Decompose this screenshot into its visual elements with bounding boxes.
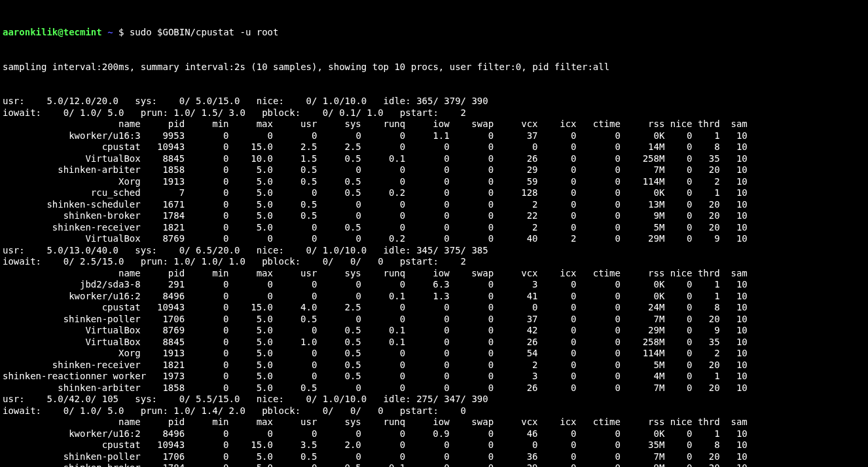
cell-sam: 10 (720, 233, 748, 245)
col-header-iow: iow (405, 119, 449, 130)
cell-swap: 0 (450, 462, 494, 467)
cell-rss: 0K (621, 130, 664, 142)
table-row: shinken-receiver182105.000.50002005M0201… (3, 360, 865, 371)
cell-iow: 0 (405, 176, 449, 188)
cell-runq: 0 (361, 130, 405, 142)
cell-runq: 0 (361, 371, 405, 383)
cell-max: 0 (229, 130, 273, 142)
cell-thrd: 9 (692, 325, 719, 337)
cell-sam: 10 (720, 187, 748, 199)
cell-min: 0 (185, 176, 228, 188)
cell-sys: 2.0 (317, 439, 361, 451)
cell-rss: 9M (621, 210, 664, 222)
table-row: shinken-arbiter185805.00.5000026007M0201… (3, 383, 865, 394)
cell-swap: 0 (450, 302, 494, 314)
cell-rss: 0K (621, 187, 664, 199)
cell-max: 5.0 (229, 222, 273, 234)
table-row: shinken-broker178405.000.50.10029009M020… (3, 462, 865, 467)
cell-sam: 10 (720, 383, 748, 394)
cell-pid: 8845 (141, 153, 185, 165)
cell-vcx: 22 (494, 210, 537, 222)
cell-ctime: 0 (577, 233, 621, 245)
cell-max: 5.0 (229, 199, 273, 211)
cell-usr: 1.5 (273, 153, 317, 165)
table-row: shinken-reactionner worker197305.000.500… (3, 371, 865, 383)
cell-runq: 0 (361, 451, 405, 463)
table-row: shinken-arbiter185805.00.5000029007M0201… (3, 164, 865, 176)
cell-ctime: 0 (577, 325, 621, 337)
cell-sam: 10 (720, 291, 748, 303)
cell-pid: 1913 (141, 176, 185, 188)
cell-iow: 0 (405, 153, 449, 165)
cell-nice: 0 (664, 141, 692, 153)
cell-ctime: 0 (577, 210, 621, 222)
cell-name: shinken-broker (3, 210, 141, 222)
table-row: rcu_sched705.000.50.200128000K0110 (3, 187, 865, 199)
cell-pid: 8496 (141, 291, 185, 303)
terminal[interactable]: aaronkilik@tecmint ~ $ sudo $GOBIN/cpust… (0, 0, 868, 467)
cell-icx: 0 (538, 383, 577, 394)
cell-ctime: 0 (577, 337, 621, 348)
col-header-vcx: vcx (494, 417, 537, 428)
cell-ctime: 0 (577, 348, 621, 360)
cell-name: shinken-receiver (3, 360, 141, 371)
col-header-icx: icx (538, 417, 577, 428)
stat-line: iowait: 0/ 1.0/ 5.0 prun: 1.0/ 1.4/ 2.0 … (3, 405, 865, 417)
cell-vcx: 36 (494, 451, 537, 463)
cell-sys: 0.5 (317, 371, 361, 383)
cell-iow: 0 (405, 337, 449, 348)
cell-min: 0 (185, 210, 228, 222)
cell-vcx: 26 (494, 337, 537, 348)
cell-name: shinken-reactionner worker (3, 371, 141, 383)
col-header-max: max (229, 268, 273, 280)
cell-ctime: 0 (577, 153, 621, 165)
cell-nice: 0 (664, 291, 692, 303)
cell-min: 0 (185, 428, 228, 440)
cell-name: shinken-broker (3, 462, 141, 467)
cell-rss: 7M (621, 383, 664, 394)
cell-nice: 0 (664, 130, 692, 142)
stat-line: iowait: 0/ 1.0/ 5.0 prun: 1.0/ 1.5/ 3.0 … (3, 107, 865, 119)
cell-ctime: 0 (577, 360, 621, 371)
col-header-swap: swap (450, 268, 494, 280)
col-header-max: max (229, 417, 273, 428)
cell-pid: 1784 (141, 210, 185, 222)
cell-runq: 0 (361, 164, 405, 176)
col-header-usr: usr (273, 119, 317, 130)
cell-iow: 0.9 (405, 428, 449, 440)
cell-pid: 291 (141, 279, 185, 291)
cell-ctime: 0 (577, 439, 621, 451)
cell-thrd: 20 (692, 199, 719, 211)
cell-max: 5.0 (229, 383, 273, 394)
cell-pid: 8845 (141, 337, 185, 348)
col-header-usr: usr (273, 268, 317, 280)
cell-usr: 0 (273, 360, 317, 371)
cell-sam: 10 (720, 428, 748, 440)
cell-vcx: 3 (494, 279, 537, 291)
cell-swap: 0 (450, 451, 494, 463)
cell-nice: 0 (664, 348, 692, 360)
cell-sam: 10 (720, 222, 748, 234)
cell-vcx: 37 (494, 130, 537, 142)
col-header-ctime: ctime (577, 417, 621, 428)
cell-icx: 0 (538, 325, 577, 337)
cell-swap: 0 (450, 233, 494, 245)
cell-rss: 13M (621, 199, 664, 211)
cell-vcx: 2 (494, 199, 537, 211)
cell-thrd: 2 (692, 348, 719, 360)
cell-max: 5.0 (229, 451, 273, 463)
cell-name: kworker/u16:3 (3, 130, 141, 142)
cell-swap: 0 (450, 279, 494, 291)
cell-sys: 0 (317, 291, 361, 303)
cell-nice: 0 (664, 371, 692, 383)
cell-iow: 0 (405, 451, 449, 463)
stat-line: usr: 5.0/42.0/ 105 sys: 0/ 5.5/15.0 nice… (3, 394, 865, 405)
cell-max: 5.0 (229, 462, 273, 467)
command-text: sudo $GOBIN/cpustat -u root (130, 27, 279, 37)
table-row: shinken-receiver182105.000.50002005M0201… (3, 222, 865, 234)
cell-vcx: 0 (494, 141, 537, 153)
cell-pid: 1821 (141, 360, 185, 371)
cell-thrd: 1 (692, 187, 719, 199)
cell-iow: 6.3 (405, 279, 449, 291)
cell-runq: 0 (361, 360, 405, 371)
